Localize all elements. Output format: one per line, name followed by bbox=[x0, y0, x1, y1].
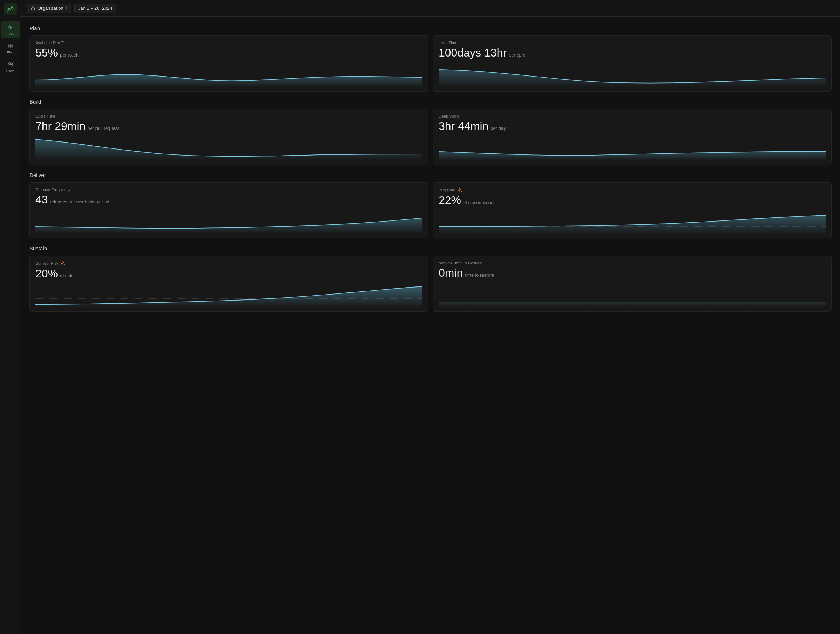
card-burnout-risk-value: 20% at risk bbox=[35, 268, 422, 279]
section-plan-title: Plan bbox=[30, 25, 832, 31]
card-median-restore-value: 0min time to restore bbox=[439, 267, 826, 278]
card-available-dev-time[interactable]: Available Dev Time 55% per week bbox=[30, 35, 428, 92]
svg-point-13 bbox=[459, 191, 459, 191]
sidebar-item-plan-label: Plan bbox=[7, 51, 13, 54]
section-build-title: Build bbox=[30, 99, 832, 104]
section-build: Build Cycle Time 7hr 29min per pull requ… bbox=[30, 99, 832, 165]
sidebar-item-pulse[interactable]: Pulse bbox=[2, 21, 20, 38]
org-label: Organization bbox=[38, 6, 63, 11]
chart-deep-work bbox=[439, 133, 826, 164]
svg-rect-4 bbox=[11, 46, 12, 48]
warn-icon-burnout bbox=[60, 261, 65, 266]
org-icon bbox=[30, 6, 35, 11]
card-burnout-risk[interactable]: Burnout Risk 20% at risk bbox=[30, 256, 428, 312]
svg-point-5 bbox=[8, 63, 10, 65]
sustain-cards-row: Burnout Risk 20% at risk bbox=[30, 256, 832, 312]
card-bug-rate[interactable]: Bug Rate 22% of closed issues bbox=[433, 182, 832, 238]
pulse-icon bbox=[7, 24, 14, 31]
content-area: Plan Available Dev Time 55% per week bbox=[21, 17, 840, 634]
sidebar: Pulse Plan Users bbox=[0, 0, 21, 634]
date-range-label: Jan 1 – 28, 2024 bbox=[78, 6, 112, 11]
section-deliver: Deliver Release Frequency 43 releases pe… bbox=[30, 172, 832, 238]
plan-cards-row: Available Dev Time 55% per week bbox=[30, 35, 832, 92]
section-sustain-title: Sustain bbox=[30, 245, 832, 251]
section-plan: Plan Available Dev Time 55% per week bbox=[30, 25, 832, 92]
card-lead-time[interactable]: Lead Time 100days 13hr per epic bbox=[433, 35, 832, 92]
svg-point-7 bbox=[32, 6, 34, 8]
chart-bug-rate bbox=[439, 207, 826, 238]
app-logo bbox=[4, 3, 17, 16]
card-release-frequency-label: Release Frequency bbox=[35, 187, 422, 192]
section-sustain: Sustain Burnout Risk bbox=[30, 245, 832, 312]
chart-cycle-time bbox=[35, 133, 422, 164]
card-deep-work-label: Deep Work bbox=[439, 114, 826, 118]
card-available-dev-time-label: Available Dev Time bbox=[35, 41, 422, 45]
card-cycle-time-label: Cycle Time bbox=[35, 114, 422, 118]
svg-point-16 bbox=[62, 264, 63, 265]
build-cards-row: Cycle Time 7hr 29min per pull request bbox=[30, 109, 832, 165]
card-cycle-time[interactable]: Cycle Time 7hr 29min per pull request bbox=[30, 109, 428, 165]
org-button[interactable]: Organization ℹ bbox=[27, 3, 71, 13]
card-deep-work-value: 3hr 44min per day bbox=[439, 120, 826, 132]
date-range-button[interactable]: Jan 1 – 28, 2024 bbox=[74, 3, 116, 13]
card-burnout-risk-label: Burnout Risk bbox=[35, 261, 422, 266]
chart-available-dev-time bbox=[35, 60, 422, 91]
sidebar-item-pulse-label: Pulse bbox=[6, 32, 14, 35]
card-cycle-time-value: 7hr 29min per pull request bbox=[35, 120, 422, 132]
sidebar-item-users[interactable]: Users bbox=[2, 58, 20, 76]
card-lead-time-label: Lead Time bbox=[439, 41, 826, 45]
svg-rect-1 bbox=[8, 44, 10, 46]
main-area: Organization ℹ Jan 1 – 28, 2024 Plan Ava… bbox=[21, 0, 840, 634]
card-median-restore[interactable]: Median Time To Restore 0min time to rest… bbox=[433, 256, 832, 312]
card-available-dev-time-value: 55% per week bbox=[35, 47, 422, 58]
chart-median-restore bbox=[439, 280, 826, 311]
card-release-frequency-value: 43 releases per week this period bbox=[35, 194, 422, 205]
card-bug-rate-value: 22% of closed issues bbox=[439, 194, 826, 206]
sidebar-item-users-label: Users bbox=[6, 69, 15, 73]
card-release-frequency[interactable]: Release Frequency 43 releases per week t… bbox=[30, 182, 428, 238]
deliver-cards-row: Release Frequency 43 releases per week t… bbox=[30, 182, 832, 238]
svg-rect-3 bbox=[8, 46, 10, 48]
svg-rect-2 bbox=[11, 44, 12, 46]
svg-point-8 bbox=[31, 8, 32, 10]
users-icon bbox=[7, 61, 14, 68]
card-median-restore-label: Median Time To Restore bbox=[439, 261, 826, 265]
svg-point-6 bbox=[11, 63, 12, 65]
chart-burnout-risk bbox=[35, 280, 422, 311]
warn-icon-bug-rate bbox=[457, 187, 462, 192]
topbar: Organization ℹ Jan 1 – 28, 2024 bbox=[21, 0, 840, 17]
chart-release-frequency bbox=[35, 206, 422, 238]
section-deliver-title: Deliver bbox=[30, 172, 832, 178]
sidebar-item-plan[interactable]: Plan bbox=[2, 40, 20, 57]
card-deep-work[interactable]: Deep Work 3hr 44min per day bbox=[433, 109, 832, 165]
card-bug-rate-label: Bug Rate bbox=[439, 187, 826, 192]
card-lead-time-value: 100days 13hr per epic bbox=[439, 47, 826, 58]
plan-icon bbox=[7, 43, 14, 49]
chart-lead-time bbox=[439, 60, 826, 91]
svg-point-9 bbox=[34, 8, 35, 10]
info-icon: ℹ bbox=[66, 6, 67, 11]
